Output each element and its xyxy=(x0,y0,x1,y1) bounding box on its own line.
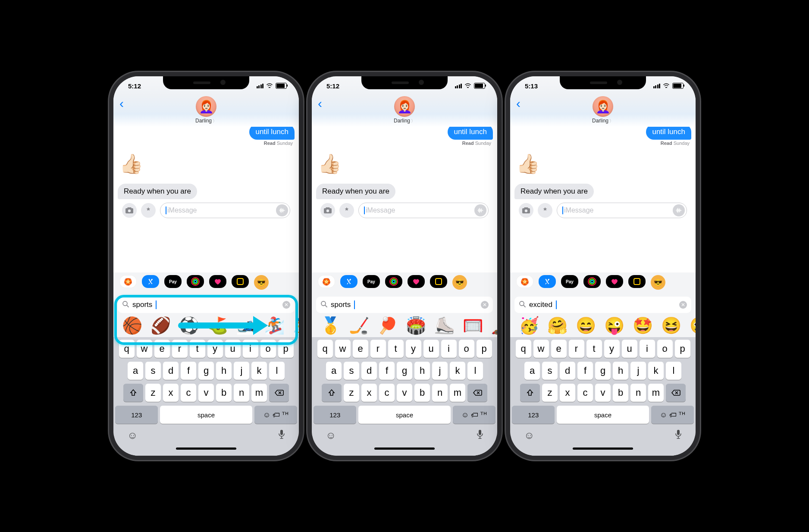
key-j[interactable]: j xyxy=(630,362,646,380)
app-music-icon[interactable] xyxy=(408,275,425,288)
key-p[interactable]: p xyxy=(477,340,492,358)
key-z[interactable]: z xyxy=(145,384,161,402)
key-t[interactable]: t xyxy=(388,340,404,358)
emoji-result[interactable]: 🏂 xyxy=(264,317,285,334)
message-input[interactable]: iMessage xyxy=(160,203,290,218)
emoji-result[interactable]: 🥳 xyxy=(519,317,539,334)
emoji-result[interactable]: 🏈 xyxy=(151,317,171,334)
space-key[interactable]: space xyxy=(160,406,252,424)
app-clips-icon[interactable] xyxy=(430,275,447,288)
key-i[interactable]: i xyxy=(640,340,655,358)
emoji-search-input[interactable]: sports ✕ xyxy=(316,297,493,313)
sent-message[interactable]: until lunch xyxy=(448,127,493,140)
key-c[interactable]: c xyxy=(577,384,593,402)
key-x[interactable]: x xyxy=(361,384,377,402)
emoji-result[interactable]: 😆 xyxy=(661,317,681,334)
space-key[interactable]: space xyxy=(557,406,649,424)
return-key[interactable]: ☺ 🏷 ᵀᴴ xyxy=(651,406,694,424)
dictation-button[interactable] xyxy=(278,429,285,441)
emoji-results-row[interactable]: 🥳🤗😄😜🤩😆🤪 xyxy=(514,313,691,337)
key-q[interactable]: q xyxy=(317,340,333,358)
key-j[interactable]: j xyxy=(432,362,448,380)
app-store-icon[interactable] xyxy=(539,275,556,288)
key-z[interactable]: z xyxy=(344,384,359,402)
key-c[interactable]: c xyxy=(181,384,196,402)
clear-search-button[interactable]: ✕ xyxy=(282,301,290,309)
appstore-button[interactable] xyxy=(141,203,156,218)
back-button[interactable]: ‹ xyxy=(318,96,322,111)
app-fitness-icon[interactable] xyxy=(583,275,601,288)
app-clips-icon[interactable] xyxy=(232,275,249,288)
key-r[interactable]: r xyxy=(569,340,584,358)
return-key[interactable]: ☺ 🏷 ᵀᴴ xyxy=(453,406,495,424)
key-o[interactable]: o xyxy=(657,340,673,358)
key-z[interactable]: z xyxy=(542,384,558,402)
emoji-keyboard-button[interactable]: ☺ xyxy=(524,429,535,441)
app-strip[interactable]: 🏵️ Pay 😎 xyxy=(312,272,497,294)
emoji-keyboard-button[interactable]: ☺ xyxy=(127,429,138,441)
app-music-icon[interactable] xyxy=(209,275,226,288)
key-w[interactable]: w xyxy=(335,340,351,358)
key-l[interactable]: l xyxy=(467,362,483,380)
key-y[interactable]: y xyxy=(604,340,620,358)
app-apple-pay-icon[interactable]: Pay xyxy=(164,275,182,288)
emoji-result[interactable]: 🎿 xyxy=(236,317,256,334)
home-indicator[interactable] xyxy=(573,448,633,450)
emoji-keyboard-button[interactable]: ☺ xyxy=(326,429,336,441)
home-indicator[interactable] xyxy=(374,448,435,450)
emoji-result[interactable]: 🤪 xyxy=(690,317,696,334)
dictation-button[interactable] xyxy=(675,429,682,441)
key-b[interactable]: b xyxy=(414,384,430,402)
app-strip[interactable]: 🏵️ Pay 😎 xyxy=(510,272,696,294)
key-k[interactable]: k xyxy=(450,362,465,380)
key-i[interactable]: i xyxy=(243,340,258,358)
key-m[interactable]: m xyxy=(251,384,267,402)
key-s[interactable]: s xyxy=(542,362,558,380)
app-photos-icon[interactable]: 🏵️ xyxy=(119,275,137,288)
key-w[interactable]: w xyxy=(533,340,549,358)
key-p[interactable]: p xyxy=(675,340,690,358)
emoji-result[interactable]: 🥇 xyxy=(320,317,341,334)
key-e[interactable]: e xyxy=(353,340,368,358)
shift-key[interactable] xyxy=(520,384,540,402)
home-indicator[interactable] xyxy=(176,448,236,450)
appstore-button[interactable] xyxy=(339,203,354,218)
contact-avatar[interactable]: 👩🏻‍🦰 xyxy=(593,96,613,117)
key-a[interactable]: a xyxy=(128,362,143,380)
key-o[interactable]: o xyxy=(260,340,276,358)
key-o[interactable]: o xyxy=(459,340,474,358)
key-p[interactable]: p xyxy=(278,340,294,358)
emoji-results-row[interactable]: 🏀🏈⚽⛳🎿🏂⛷️ xyxy=(118,313,295,337)
app-apple-pay-icon[interactable]: Pay xyxy=(363,275,380,288)
back-button[interactable]: ‹ xyxy=(516,96,521,111)
app-store-icon[interactable] xyxy=(340,275,357,288)
emoji-result[interactable]: ⚽ xyxy=(179,317,199,334)
key-c[interactable]: c xyxy=(379,384,395,402)
app-music-icon[interactable] xyxy=(606,275,623,288)
key-n[interactable]: n xyxy=(234,384,249,402)
received-emoji[interactable]: 👍🏻 xyxy=(318,153,342,175)
contact-avatar[interactable]: 👩🏻‍🦰 xyxy=(196,96,216,117)
key-d[interactable]: d xyxy=(560,362,575,380)
key-d[interactable]: d xyxy=(361,362,377,380)
key-h[interactable]: h xyxy=(216,362,232,380)
key-s[interactable]: s xyxy=(344,362,359,380)
backspace-key[interactable] xyxy=(269,384,289,402)
emoji-result[interactable]: ⛷️ xyxy=(293,317,299,334)
key-y[interactable]: y xyxy=(406,340,421,358)
return-key[interactable]: ☺ 🏷 ᵀᴴ xyxy=(254,406,297,424)
key-f[interactable]: f xyxy=(379,362,395,380)
numbers-key[interactable]: 123 xyxy=(512,406,555,424)
app-photos-icon[interactable]: 🏵️ xyxy=(318,275,335,288)
contact-avatar[interactable]: 👩🏻‍🦰 xyxy=(394,96,415,117)
audio-message-button[interactable] xyxy=(276,204,288,216)
key-k[interactable]: k xyxy=(251,362,267,380)
app-memoji-icon[interactable]: 😎 xyxy=(651,275,665,290)
emoji-result[interactable]: 🤗 xyxy=(547,317,568,334)
key-l[interactable]: l xyxy=(269,362,285,380)
key-v[interactable]: v xyxy=(198,384,214,402)
sent-message[interactable]: until lunch xyxy=(646,127,691,140)
key-b[interactable]: b xyxy=(216,384,232,402)
shift-key[interactable] xyxy=(322,384,342,402)
emoji-search-input[interactable]: sports ✕ xyxy=(118,297,295,313)
